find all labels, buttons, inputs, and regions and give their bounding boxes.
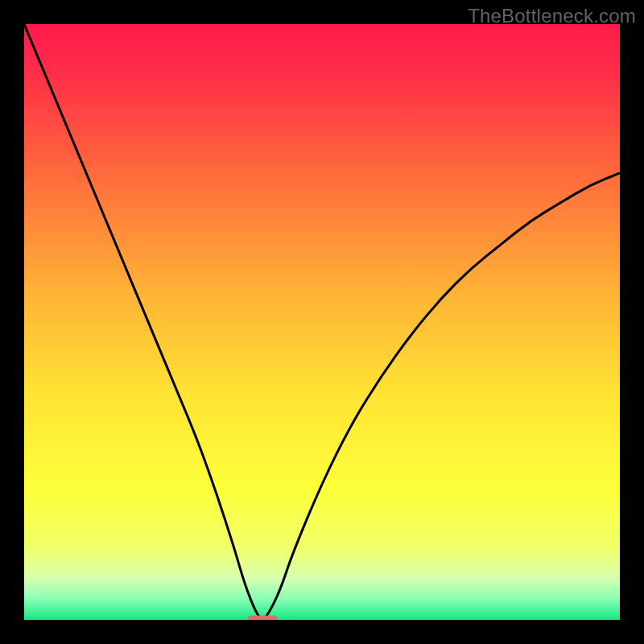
background-gradient xyxy=(24,24,620,620)
plot-svg xyxy=(24,24,620,620)
chart-frame: TheBottleneck.com xyxy=(0,0,644,644)
minimum-marker xyxy=(248,616,278,620)
watermark-text: TheBottleneck.com xyxy=(468,5,636,27)
plot-area xyxy=(24,24,620,620)
